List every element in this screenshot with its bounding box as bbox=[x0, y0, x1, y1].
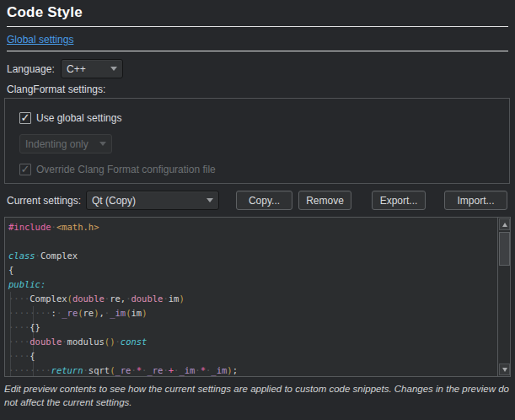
chevron-down-icon bbox=[207, 198, 213, 202]
copy-button[interactable]: Copy... bbox=[236, 191, 292, 210]
chevron-down-icon bbox=[110, 67, 117, 71]
current-settings-label: Current settings: bbox=[7, 195, 81, 207]
code-line: { bbox=[8, 263, 496, 277]
code-style-settings-page: Code Style Global settings Language: C++… bbox=[0, 0, 515, 420]
code-line: ········:·_re(re),·_im(im) bbox=[8, 306, 496, 320]
code-lines: #include·<math.h>class·Complex{public:··… bbox=[8, 220, 496, 377]
checkbox-label: Use global settings bbox=[36, 112, 121, 124]
page-title: Code Style bbox=[7, 4, 83, 21]
code-line: ····double·modulus()·const bbox=[8, 335, 496, 349]
code-preview-editor[interactable]: #include·<math.h>class·Complex{public:··… bbox=[4, 217, 511, 377]
clangformat-group-label: ClangFormat settings: bbox=[7, 83, 105, 95]
override-clang-format-checkbox[interactable]: ✓ Override Clang Format configuration fi… bbox=[19, 164, 216, 175]
use-global-settings-checkbox[interactable]: ✓ Use global settings bbox=[19, 112, 121, 124]
code-line: public: bbox=[8, 277, 496, 292]
code-line: ····Complex(double·re,·double·im) bbox=[8, 292, 496, 306]
export-button[interactable]: Export... bbox=[372, 191, 426, 210]
language-label: Language: bbox=[7, 63, 55, 75]
language-combo-value: C++ bbox=[67, 63, 105, 75]
code-line: class·Complex bbox=[8, 249, 496, 263]
current-settings-combo-value: Qt (Copy) bbox=[92, 195, 201, 207]
checkmark-icon: ✓ bbox=[21, 112, 30, 123]
checkbox-label: Override Clang Format configuration file bbox=[36, 164, 216, 175]
code-line: ····{ bbox=[8, 349, 496, 363]
indent-mode-combo-value: Indenting only bbox=[25, 138, 94, 150]
scrollbar-thumb[interactable] bbox=[499, 232, 510, 266]
vertical-scrollbar[interactable] bbox=[497, 218, 510, 376]
chevron-down-icon bbox=[99, 142, 106, 146]
code-line: ········return·sqrt(_re·*·_re·+·_im·*·_i… bbox=[8, 363, 496, 377]
scroll-down-button[interactable] bbox=[499, 363, 510, 375]
code-line: #include·<math.h> bbox=[8, 220, 496, 234]
remove-button[interactable]: Remove bbox=[298, 191, 351, 210]
arrow-down-icon bbox=[502, 368, 507, 372]
scroll-up-button[interactable] bbox=[499, 218, 510, 230]
link-separator bbox=[7, 51, 508, 51]
checkmark-icon: ✓ bbox=[21, 164, 30, 175]
import-button[interactable]: Import... bbox=[444, 191, 507, 210]
checkbox-box: ✓ bbox=[19, 112, 31, 124]
footer-note: Edit preview contents to see how the cur… bbox=[4, 382, 512, 409]
clangformat-groupbox: ✓ Use global settings Indenting only ✓ O… bbox=[4, 98, 510, 184]
current-settings-combo[interactable]: Qt (Copy) bbox=[86, 191, 219, 210]
title-separator bbox=[7, 26, 508, 27]
checkbox-box: ✓ bbox=[19, 164, 31, 175]
code-line bbox=[8, 234, 496, 249]
language-combo[interactable]: C++ bbox=[61, 59, 123, 78]
indent-mode-combo[interactable]: Indenting only bbox=[19, 134, 112, 153]
global-settings-link[interactable]: Global settings bbox=[7, 34, 73, 46]
arrow-up-icon bbox=[502, 223, 507, 227]
code-line: ····{} bbox=[8, 320, 496, 335]
